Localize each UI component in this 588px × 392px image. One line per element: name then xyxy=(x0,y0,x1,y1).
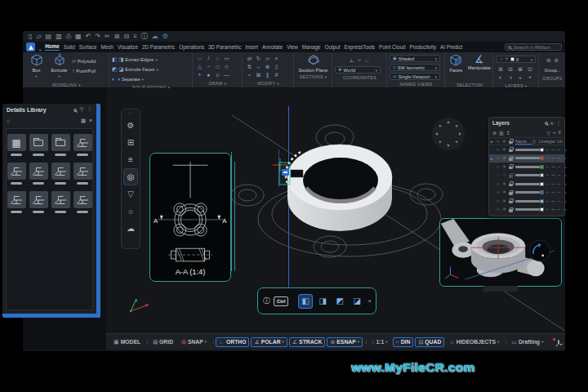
layer-freeze-icon[interactable]: ☀ xyxy=(502,165,509,170)
view-style-dropdown[interactable]: ▣ Shaded xyxy=(390,55,440,62)
modify-tool-icon[interactable]: ⊠ xyxy=(256,73,261,78)
status-toggle[interactable]: ▭ Drafting ▾ xyxy=(508,337,546,347)
extrude-mode-button[interactable]: ◧ xyxy=(298,294,313,309)
close-icon[interactable]: × xyxy=(368,297,372,305)
panel-menu-icon[interactable]: ⋮ xyxy=(87,107,93,113)
redo-icon[interactable]: ↷ xyxy=(95,33,100,40)
view-style-dropdown[interactable]: ◇ SW Isometric xyxy=(390,64,440,71)
layer-tool-icon[interactable]: ◐ xyxy=(499,75,502,81)
group-label-groups[interactable]: GROUPS xyxy=(541,74,564,82)
layer-row[interactable]: ▸ ☼ ☀ – — – ∨ xyxy=(489,206,564,215)
delete-layer-icon[interactable]: ▥ xyxy=(499,130,504,136)
ribbon-tab[interactable]: Mesh xyxy=(100,44,113,50)
modify-tool-icon[interactable]: ▯ xyxy=(275,65,278,70)
group-label-selection[interactable]: SELECTION xyxy=(448,81,491,88)
ribbon-tab[interactable]: View xyxy=(287,44,298,50)
home-icon[interactable]: ⌂ xyxy=(7,118,10,124)
group-label-coordinates[interactable]: COORDINATES xyxy=(335,74,385,81)
layer-linetype[interactable]: – — – xyxy=(546,156,564,160)
modify-tool-icon[interactable]: ≈ xyxy=(248,73,252,78)
ribbon-tab[interactable]: Annotate xyxy=(262,44,283,50)
ribbon-tab[interactable]: Operations xyxy=(179,44,204,50)
layer-tool-icon[interactable]: ◒ xyxy=(519,75,522,81)
layer-lock-icon[interactable] xyxy=(509,175,513,178)
layer-lock-icon[interactable] xyxy=(509,192,513,195)
group-label-draw[interactable]: DRAW xyxy=(195,79,240,87)
layer-tool-icon[interactable]: ⊡ xyxy=(528,67,532,73)
polysolid-button[interactable]: ▱Polysolid xyxy=(72,57,96,65)
layer-tool-icon[interactable]: ⊠ xyxy=(518,67,522,73)
draw-tool-icon[interactable]: ● xyxy=(207,73,211,78)
library-item[interactable] xyxy=(51,163,70,185)
draw-tool-icon[interactable]: ~ xyxy=(207,65,211,70)
layer-states-icon[interactable]: ≡ xyxy=(558,130,561,136)
layer-row[interactable]: ▸ ☼ ☀ – — – ∨ xyxy=(489,189,564,198)
ribbon-tab[interactable]: 2D Parametric xyxy=(142,44,175,50)
render-cloud-icon[interactable]: ☁ xyxy=(123,220,138,237)
ucs-tool-icon[interactable]: ⊥ xyxy=(350,58,354,64)
new-icon[interactable]: ▯ xyxy=(29,33,32,40)
ribbon-tab[interactable]: Productivity xyxy=(410,44,437,50)
search-icon[interactable] xyxy=(74,109,77,112)
help-icon[interactable]: ⓘ xyxy=(141,33,148,40)
draw-tool-icon[interactable]: / xyxy=(208,56,210,62)
pin-icon[interactable]: ∧ xyxy=(550,121,554,126)
section-plane-button[interactable]: Section Plane xyxy=(297,54,330,73)
extrude-mode-button[interactable]: ◪ xyxy=(350,294,364,309)
toolbar-drag-handle[interactable]: ⋯ xyxy=(128,110,134,117)
extrude-mode-button[interactable]: ◨ xyxy=(315,294,330,309)
layer-linetype[interactable]: – — – xyxy=(546,173,564,177)
layer-tool-icon[interactable]: ◑ xyxy=(509,75,512,81)
draw-tool-icon[interactable]: + xyxy=(198,73,202,78)
solid-editing-row[interactable]: ◧ ◨ Extract Edges xyxy=(112,56,190,64)
status-toggle[interactable]: ⊞ SNAP ▾ xyxy=(178,337,210,347)
draw-tool-icon[interactable]: ∪ xyxy=(216,73,220,78)
library-item[interactable] xyxy=(7,191,26,213)
cloud-icon[interactable]: ☁ xyxy=(152,33,158,40)
library-item[interactable] xyxy=(29,134,48,156)
group-label-named-views[interactable]: NAMED VIEWS xyxy=(390,80,443,87)
search-icon[interactable] xyxy=(545,122,548,125)
layer-row[interactable]: ▸ ☼ ☀ – — – ∨ xyxy=(489,145,564,154)
layer-freeze-icon[interactable]: ☀ xyxy=(502,156,509,161)
library-item[interactable] xyxy=(73,191,92,213)
modify-tool-icon[interactable]: ∥ xyxy=(266,73,269,78)
layer-lock-icon[interactable] xyxy=(509,149,513,153)
layer-on-icon[interactable]: ☼ xyxy=(496,207,502,212)
modify-tool-icon[interactable]: × xyxy=(275,56,278,62)
draw-tool-icon[interactable]: — xyxy=(224,73,229,78)
group-button[interactable]: Group... xyxy=(544,66,560,74)
layer-on-icon[interactable]: ☼ xyxy=(496,182,502,187)
layer-lock-icon[interactable] xyxy=(509,184,513,187)
copy-icon[interactable]: ⊞ xyxy=(114,33,120,40)
layer-freeze-icon[interactable]: ☀ xyxy=(502,199,509,204)
ribbon-tab[interactable]: Visualize xyxy=(118,44,138,50)
layer-freeze-icon[interactable]: ☀ xyxy=(502,190,509,195)
manipulate-button[interactable]: ∡ Manipulate xyxy=(468,54,491,70)
ribbon-tab[interactable]: AI Predict xyxy=(440,44,462,50)
draw-tool-icon[interactable]: □ xyxy=(216,65,220,70)
ucs-tool-icon[interactable]: ⌐ xyxy=(358,58,361,64)
layer-linetype[interactable]: – — – xyxy=(546,199,564,203)
draw-tool-icon[interactable]: ◇ xyxy=(225,65,229,70)
caret-icon[interactable] xyxy=(39,42,41,52)
draw-tool-icon[interactable]: ∩ xyxy=(198,56,202,62)
library-item[interactable] xyxy=(73,163,92,185)
status-toggle[interactable]: ∡ POLAR ▾ xyxy=(251,337,287,347)
cut-icon[interactable]: ✂ xyxy=(105,33,110,40)
new-layer-icon[interactable]: + xyxy=(553,130,556,136)
grid-view-icon[interactable]: ▦ xyxy=(81,118,86,124)
name-column-header[interactable]: Name xyxy=(515,139,532,145)
layer-freeze-icon[interactable]: ☀ xyxy=(502,173,509,178)
save-all-icon[interactable]: ▥ xyxy=(56,33,62,40)
layer-dropdown[interactable]: ☼ ☀ 0 xyxy=(496,56,536,63)
section-view-inset[interactable]: A A A-A (1:4) xyxy=(149,153,231,282)
layer-on-icon[interactable]: ☼ xyxy=(496,156,502,161)
layer-row[interactable]: ▸ ☼ ☀ – — – ∨ xyxy=(489,197,564,206)
layer-row[interactable]: ▸ ☼ ☀ – — – ∨ xyxy=(489,180,564,189)
isolate-layer-icon[interactable]: ⊘ xyxy=(492,130,497,136)
solid-editing-row[interactable]: ◐ ◑ Separate xyxy=(112,75,190,83)
ribbon-tab[interactable]: ExpressTools xyxy=(344,44,374,50)
layer-color-swatch[interactable] xyxy=(540,148,544,152)
modify-tool-icon[interactable]: ↔ xyxy=(256,65,261,70)
